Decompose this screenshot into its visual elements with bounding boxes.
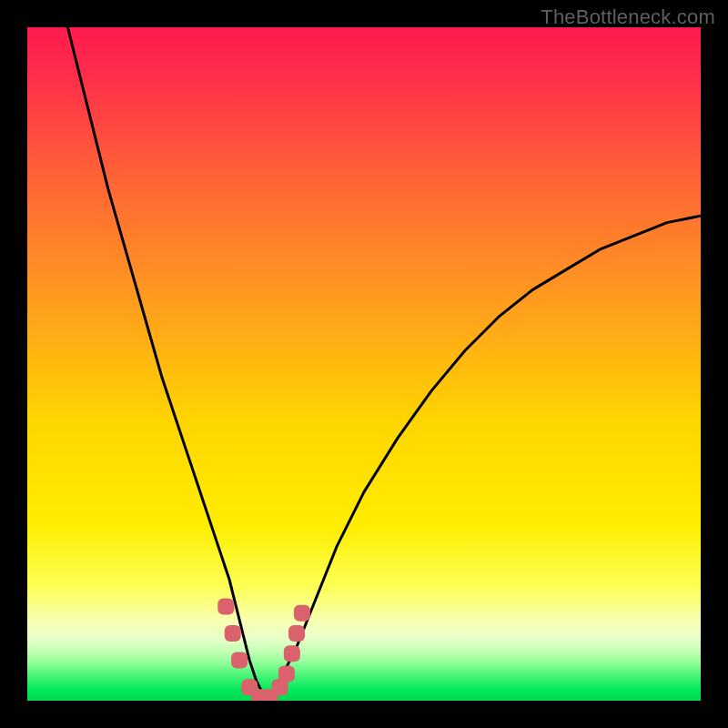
outer-frame: TheBottleneck.com [0, 0, 728, 728]
highlight-marker [231, 652, 248, 669]
highlight-marker [284, 645, 300, 662]
highlight-marker [217, 598, 234, 614]
highlight-marker [294, 605, 310, 622]
bottleneck-chart [27, 27, 701, 701]
highlight-marker [278, 665, 295, 682]
highlight-marker [288, 625, 305, 642]
gradient-background [27, 27, 701, 701]
watermark-text: TheBottleneck.com [541, 5, 715, 29]
plot-area [27, 27, 701, 701]
highlight-marker [225, 625, 241, 642]
